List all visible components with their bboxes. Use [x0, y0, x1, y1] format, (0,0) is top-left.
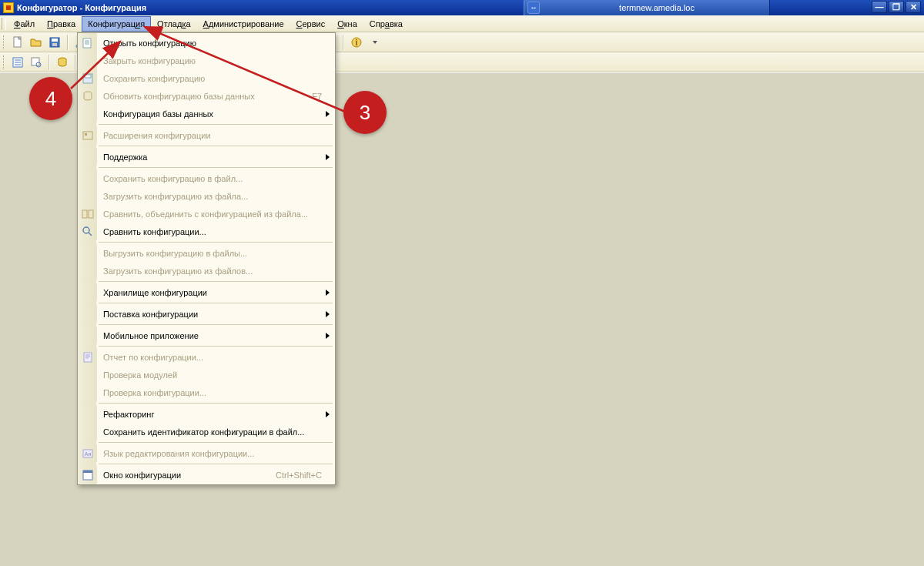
menu-entry-28[interactable]: Рефакторинг: [79, 405, 334, 423]
menu-entry-26: Проверка конфигурации...: [79, 383, 334, 401]
svg-rect-3: [52, 43, 57, 46]
submenu-arrow-icon: [326, 411, 330, 417]
new-file-icon[interactable]: [9, 34, 26, 51]
menu-entry-label: Рефакторинг: [97, 410, 334, 419]
menu-entry-icon: [79, 366, 97, 383]
menu-separator: [99, 242, 333, 243]
menu-entry-label: Сравнить, объединить с конфигурацией из …: [97, 209, 334, 219]
menu-entry-13[interactable]: Сравнить конфигурации...: [79, 223, 334, 240]
menu-separator: [99, 403, 333, 404]
menu-separator: [99, 324, 333, 325]
help-dropdown-icon[interactable]: [367, 34, 383, 51]
svg-text:i: i: [356, 39, 358, 47]
menu-item-1[interactable]: Правка: [41, 16, 82, 32]
menu-separator: [99, 167, 333, 168]
close-button[interactable]: ✕: [906, 1, 921, 13]
window-title: Конфигуратор - Конфигурация: [17, 3, 146, 12]
menu-entry-4[interactable]: Конфигурация базы данных: [79, 105, 334, 122]
menu-entry-icon: [79, 244, 97, 262]
menu-entry-icon: [79, 34, 97, 52]
menu-entry-icon: [79, 205, 97, 223]
menu-entry-33[interactable]: Окно конфигурацииCtrl+Shift+C: [79, 466, 334, 484]
menu-entry-12: Сравнить, объединить с конфигурацией из …: [79, 205, 334, 223]
svg-rect-36: [82, 210, 87, 218]
menu-entry-8[interactable]: Поддержка: [79, 148, 334, 166]
svg-rect-32: [85, 75, 91, 78]
toolbar-grip-2: [3, 55, 6, 69]
menu-entry-icon: [79, 52, 97, 69]
menu-entry-icon: [79, 262, 97, 280]
remote-host-label: termnew.amedia.loc: [544, 3, 769, 12]
menu-separator: [99, 346, 333, 347]
menu-entry-20[interactable]: Поставка конфигурации: [79, 305, 334, 323]
menu-separator: [99, 303, 333, 303]
menu-separator: [99, 124, 333, 125]
configuration-menu-dropdown: Открыть конфигурациюЗакрыть конфигурацию…: [77, 32, 336, 485]
menu-entry-2: Сохранить конфигурацию: [79, 69, 334, 87]
menu-entry-icon: [79, 305, 97, 323]
svg-rect-2: [52, 39, 58, 42]
menu-entry-label: Сохранить конфигурацию в файл...: [97, 174, 334, 183]
menu-entry-icon: [79, 223, 97, 240]
menu-separator: [99, 281, 333, 282]
menu-entry-label: Закрыть конфигурацию: [97, 56, 334, 65]
menu-entry-shortcut: F7: [312, 92, 334, 101]
menu-entry-label: Открыть конфигурацию: [97, 39, 334, 48]
menu-entry-label: Сохранить идентификатор конфигурации в ф…: [97, 427, 334, 437]
menu-entry-label: Поддержка: [97, 152, 334, 162]
menu-entry-label: Выгрузить конфигурацию в файлы...: [97, 249, 334, 258]
menu-entry-label: Обновить конфигурацию базы данных: [97, 92, 312, 101]
menu-separator: [99, 146, 333, 146]
menu-entry-icon: [79, 126, 97, 144]
menu-entry-label: Отчет по конфигурации...: [97, 353, 334, 362]
minimize-button[interactable]: —: [872, 1, 887, 13]
menu-entry-3: Обновить конфигурацию базы данныхF7: [79, 87, 334, 105]
annotation-badge-3: 3: [343, 91, 387, 134]
menu-entry-icon: [79, 283, 97, 301]
menu-entry-label: Язык редактирования конфигурации...: [97, 449, 334, 458]
menu-entry-icon: [79, 105, 97, 122]
menu-entry-icon: [79, 327, 97, 344]
menu-entry-icon: [79, 423, 97, 440]
menu-entry-icon: [79, 405, 97, 423]
menu-item-2[interactable]: Конфигурация: [82, 16, 151, 32]
remote-host-icon: ↔: [527, 2, 540, 14]
config-find-icon[interactable]: [28, 54, 45, 71]
menu-item-6[interactable]: Окна: [331, 16, 363, 32]
menu-entry-24: Отчет по конфигурации...: [79, 348, 334, 366]
save-icon[interactable]: [46, 34, 63, 51]
window-titlebar: Конфигуратор - Конфигурация ↔ termnew.am…: [0, 0, 924, 15]
restore-button[interactable]: ❐: [889, 1, 904, 13]
menu-item-5[interactable]: Сервис: [290, 16, 332, 32]
menu-entry-6: Расширения конфигурации: [79, 126, 334, 144]
menu-item-0[interactable]: Файл: [8, 16, 41, 32]
open-file-icon[interactable]: [28, 34, 45, 51]
menu-entry-icon: Ая: [79, 444, 97, 462]
svg-rect-35: [85, 133, 87, 136]
submenu-arrow-icon: [326, 111, 330, 117]
svg-rect-26: [32, 58, 39, 65]
help-icon[interactable]: i: [348, 34, 365, 51]
toolbar-grip: [3, 35, 6, 49]
menu-item-3[interactable]: Отладка: [151, 16, 197, 32]
menu-entry-16: Загрузить конфигурацию из файлов...: [79, 262, 334, 280]
menu-item-7[interactable]: Справка: [363, 16, 409, 32]
db-update-icon[interactable]: [54, 54, 71, 71]
svg-rect-30: [83, 39, 91, 48]
menu-entry-18[interactable]: Хранилище конфигурации: [79, 283, 334, 301]
menu-entry-29[interactable]: Сохранить идентификатор конфигурации в ф…: [79, 423, 334, 440]
menu-item-4[interactable]: Администрирование: [197, 16, 290, 32]
window-controls: — ❐ ✕: [872, 0, 921, 14]
menubar: ФайлПравкаКонфигурацияОтладкаАдминистрир…: [0, 15, 924, 32]
menu-entry-label: Расширения конфигурации: [97, 131, 334, 140]
svg-rect-43: [83, 471, 92, 473]
remote-host-tab[interactable]: ↔ termnew.amedia.loc: [524, 0, 770, 15]
menu-entry-22[interactable]: Мобильное приложение: [79, 327, 334, 344]
svg-rect-39: [84, 353, 92, 362]
menu-entry-label: Проверка конфигурации...: [97, 388, 334, 397]
menu-entry-icon: [79, 383, 97, 401]
submenu-arrow-icon: [326, 154, 330, 160]
svg-text:Ая: Ая: [85, 451, 92, 457]
config-tree-icon[interactable]: [9, 54, 26, 71]
menu-entry-0[interactable]: Открыть конфигурацию: [79, 34, 334, 52]
